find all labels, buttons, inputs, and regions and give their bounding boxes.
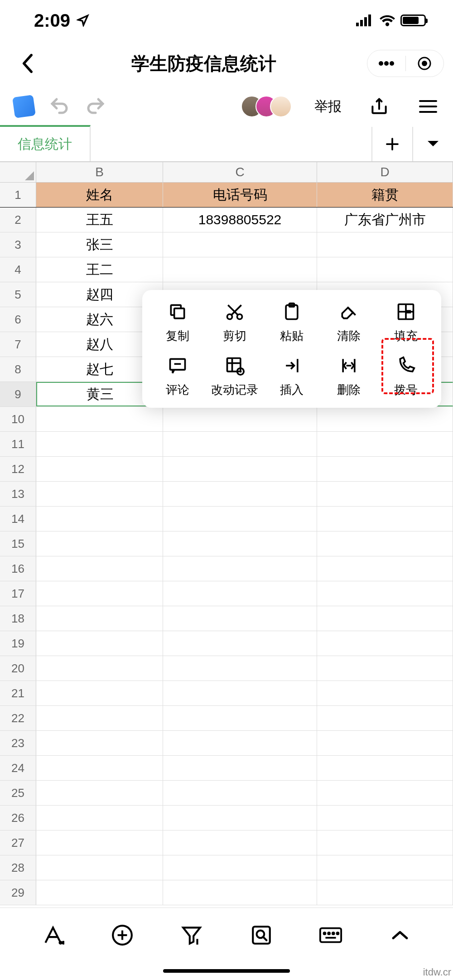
app-logo-icon[interactable] <box>12 95 36 118</box>
header-cell-origin[interactable]: 籍贯 <box>317 183 453 207</box>
undo-button[interactable] <box>48 95 71 118</box>
hamburger-menu-button[interactable] <box>417 95 439 118</box>
table-row-empty[interactable]: 22 <box>0 706 453 731</box>
cell[interactable] <box>317 531 453 556</box>
table-row-empty[interactable]: 23 <box>0 731 453 756</box>
cell[interactable] <box>36 855 163 880</box>
ctx-fill-button[interactable]: 填充 <box>379 300 433 344</box>
cell-phone[interactable] <box>163 257 317 282</box>
ctx-comment-button[interactable]: 评论 <box>150 354 205 398</box>
sheet-dropdown-button[interactable] <box>412 127 453 161</box>
row-header[interactable]: 24 <box>0 756 36 780</box>
insert-button[interactable] <box>109 922 136 949</box>
cell-name[interactable]: 王五 <box>36 208 163 232</box>
redo-button[interactable] <box>84 95 107 118</box>
cell[interactable] <box>163 706 317 730</box>
cell[interactable] <box>36 880 163 905</box>
filter-button[interactable] <box>178 922 205 949</box>
row-header[interactable]: 28 <box>0 855 36 880</box>
table-row-empty[interactable]: 27 <box>0 830 453 855</box>
cell[interactable] <box>317 880 453 905</box>
cell[interactable] <box>317 631 453 656</box>
sheet-tab-active[interactable]: 信息统计 <box>0 125 91 161</box>
row-header[interactable]: 12 <box>0 457 36 481</box>
cell[interactable] <box>317 855 453 880</box>
row-header[interactable]: 20 <box>0 656 36 681</box>
row-header[interactable]: 25 <box>0 781 36 805</box>
more-button[interactable] <box>367 61 405 66</box>
row-header[interactable]: 23 <box>0 731 36 755</box>
row-header[interactable]: 3 <box>0 232 36 257</box>
cell[interactable] <box>163 407 317 431</box>
cell[interactable] <box>317 556 453 581</box>
cell[interactable] <box>36 830 163 855</box>
cell[interactable] <box>163 432 317 456</box>
cell[interactable] <box>36 706 163 730</box>
row-header[interactable]: 27 <box>0 830 36 855</box>
cell[interactable] <box>163 656 317 681</box>
cell[interactable] <box>36 731 163 755</box>
table-row[interactable]: 3 张三 <box>0 232 453 257</box>
table-row-empty[interactable]: 28 <box>0 855 453 880</box>
row-header[interactable]: 5 <box>0 282 36 307</box>
cell[interactable] <box>36 806 163 830</box>
row-header[interactable]: 13 <box>0 482 36 506</box>
ctx-delete-button[interactable]: 删除 <box>322 354 376 398</box>
cell[interactable] <box>36 681 163 705</box>
table-row[interactable]: 4 王二 <box>0 257 453 282</box>
ctx-clear-button[interactable]: 清除 <box>322 300 376 344</box>
row-header[interactable]: 11 <box>0 432 36 456</box>
ctx-insert-button[interactable]: 插入 <box>265 354 319 398</box>
table-row-empty[interactable]: 17 <box>0 581 453 606</box>
cell[interactable] <box>317 606 453 631</box>
row-header[interactable]: 26 <box>0 806 36 830</box>
cell[interactable] <box>317 806 453 830</box>
row-header[interactable]: 16 <box>0 556 36 581</box>
cell-origin[interactable] <box>317 232 453 257</box>
header-cell-name[interactable]: 姓名 <box>36 183 163 207</box>
col-header-B[interactable]: B <box>36 162 163 182</box>
cell[interactable] <box>163 482 317 506</box>
close-button[interactable] <box>406 56 444 71</box>
row-header[interactable]: 29 <box>0 880 36 905</box>
add-sheet-button[interactable] <box>371 127 412 161</box>
cell[interactable] <box>317 830 453 855</box>
cell[interactable] <box>163 631 317 656</box>
row-header[interactable]: 4 <box>0 257 36 282</box>
view-button[interactable] <box>248 922 275 949</box>
cell-name[interactable]: 王二 <box>36 257 163 282</box>
table-row-empty[interactable]: 25 <box>0 781 453 806</box>
row-header[interactable]: 7 <box>0 332 36 357</box>
row-header[interactable]: 18 <box>0 606 36 631</box>
expand-button[interactable] <box>386 922 414 949</box>
table-row-empty[interactable]: 26 <box>0 806 453 830</box>
table-row-empty[interactable]: 12 <box>0 457 453 482</box>
row-header[interactable]: 10 <box>0 407 36 431</box>
cell[interactable] <box>36 482 163 506</box>
cell[interactable] <box>163 507 317 531</box>
cell[interactable] <box>163 806 317 830</box>
cell[interactable] <box>36 507 163 531</box>
cell[interactable] <box>317 407 453 431</box>
table-row-empty[interactable]: 11 <box>0 432 453 457</box>
table-row-empty[interactable]: 24 <box>0 756 453 781</box>
cell[interactable] <box>36 432 163 456</box>
report-button[interactable]: 举报 <box>314 97 342 116</box>
table-row-empty[interactable]: 21 <box>0 681 453 706</box>
cell[interactable] <box>163 457 317 481</box>
row-header[interactable]: 21 <box>0 681 36 705</box>
row-header[interactable]: 22 <box>0 706 36 730</box>
cell[interactable] <box>36 581 163 606</box>
table-row-empty[interactable]: 15 <box>0 531 453 556</box>
row-header[interactable]: 19 <box>0 631 36 656</box>
cell[interactable] <box>163 855 317 880</box>
collaborator-avatars[interactable] <box>248 96 292 117</box>
spreadsheet-grid[interactable]: B C D 1 姓名 电话号码 籍贯 2 王五 18398805522 广东省广… <box>0 162 453 908</box>
cell-phone[interactable]: 18398805522 <box>163 208 317 232</box>
cell[interactable] <box>36 407 163 431</box>
table-row-empty[interactable]: 16 <box>0 556 453 581</box>
ctx-paste-button[interactable]: 粘贴 <box>265 300 319 344</box>
cell[interactable] <box>36 756 163 780</box>
cell[interactable] <box>317 731 453 755</box>
cell[interactable] <box>317 756 453 780</box>
